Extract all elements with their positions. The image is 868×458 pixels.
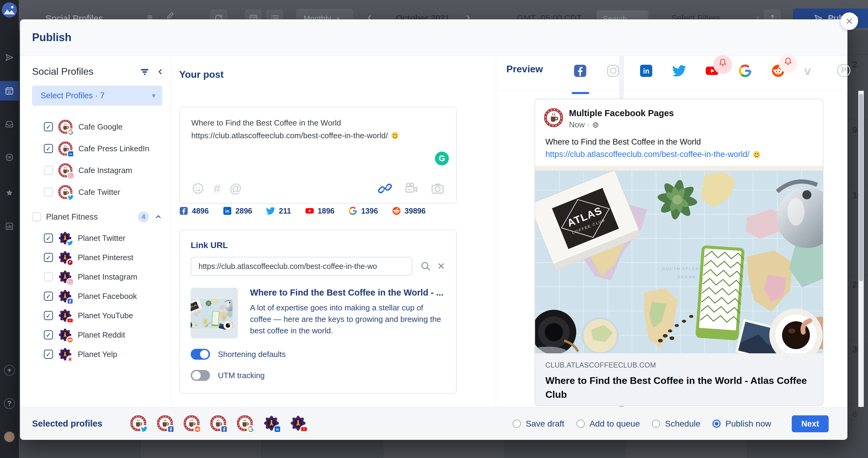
clear-link-icon[interactable]: ✕	[437, 261, 445, 271]
sidebar-add-button[interactable]: +	[4, 365, 15, 376]
collapse-panel-icon[interactable]: ‹	[158, 65, 162, 77]
checkbox[interactable]: ✓	[44, 330, 53, 339]
character-counts: 4896 2896 211 1896 1396 39896	[179, 206, 426, 216]
toggle-label: UTM tracking	[218, 371, 265, 380]
checkbox[interactable]: ✓	[44, 272, 53, 281]
calendar-date[interactable]: 6	[852, 409, 858, 419]
option-publish-now[interactable]: Publish now	[712, 419, 771, 429]
preview-scrollbar-thumb[interactable]	[859, 94, 863, 281]
profile-row[interactable]: ✓ Planet Reddit	[44, 325, 162, 345]
tab-vimeo[interactable]: v	[804, 64, 818, 78]
checkbox[interactable]: ✓	[44, 311, 53, 320]
sidebar-help-button[interactable]: ?	[4, 398, 15, 409]
profile-name: Planet Facebook	[78, 292, 137, 301]
badge-yelp-icon	[66, 355, 73, 363]
profile-row[interactable]: ✓ Planet Twitter	[44, 228, 162, 248]
edit-icon[interactable]	[166, 11, 175, 20]
shortening-defaults-toggle[interactable]	[191, 349, 210, 360]
post-link-row: https://club.atlascoffeeclub.com/best-co…	[535, 147, 823, 166]
page-name: Multiple Facebook Pages	[569, 108, 674, 118]
profile-row[interactable]: ✓ Cafe Twitter	[44, 181, 162, 203]
option-save-draft[interactable]: Save draft	[513, 419, 564, 429]
tab-facebook[interactable]	[573, 64, 587, 78]
calendar-date[interactable]: 2	[852, 59, 858, 70]
post-link[interactable]: https://club.atlascoffeeclub.com/best-co…	[546, 150, 749, 159]
attach-video-icon[interactable]	[404, 181, 418, 196]
grammarly-icon[interactable]: G	[435, 152, 449, 165]
tab-twitter[interactable]	[672, 64, 686, 78]
tab-google[interactable]	[738, 64, 752, 78]
option-add-to-queue[interactable]: Add to queue	[577, 419, 640, 429]
post-editor[interactable]: Where to Find the Best Coffee in the Wor…	[179, 107, 457, 204]
link-url-input[interactable]	[191, 257, 412, 275]
facebook-post-preview: Multiple Facebook Pages Now · Where to F…	[534, 99, 824, 406]
tab-pinterest[interactable]: P	[837, 64, 851, 78]
attach-photo-icon[interactable]	[431, 182, 444, 195]
profile-name: Planet Yelp	[78, 350, 117, 359]
profile-row[interactable]: ✓ Planet Pinterest	[44, 248, 162, 267]
post-text-line1[interactable]: Where to Find the Best Coffee in the Wor…	[191, 117, 444, 129]
tab-instagram[interactable]	[606, 64, 620, 78]
radio-schedule[interactable]	[652, 420, 660, 428]
sidebar-favorites-icon[interactable]	[5, 188, 14, 197]
profiles-list: ✓ Cafe Google ✓ Cafe Press LinkedIn ✓ Ca…	[32, 116, 162, 364]
sidebar-inbox-icon[interactable]	[5, 120, 14, 129]
checkbox[interactable]: ✓	[44, 122, 53, 131]
emoji-picker-icon[interactable]	[191, 182, 205, 195]
profile-group-row[interactable]: ✓ Planet Fitness 4	[32, 205, 162, 228]
radio-add-to-queue[interactable]	[577, 420, 585, 428]
selected-avatar	[290, 415, 306, 431]
checkbox[interactable]: ✓	[32, 212, 41, 222]
modal-header: Publish	[20, 19, 847, 56]
search-icon[interactable]	[420, 261, 431, 272]
avatar	[58, 141, 72, 156]
option-schedule[interactable]: Schedule	[652, 419, 700, 429]
hashtag-icon[interactable]: #	[214, 183, 220, 195]
modal-title: Publish	[32, 31, 71, 44]
checkbox[interactable]: ✓	[44, 292, 53, 301]
app-logo[interactable]	[2, 2, 17, 18]
checkbox[interactable]: ✓	[44, 350, 53, 359]
filter-icon[interactable]	[140, 67, 149, 76]
profile-row[interactable]: ✓ Cafe Google	[44, 116, 162, 138]
checkbox[interactable]: ✓	[44, 233, 53, 242]
post-url[interactable]: https://club.atlascoffeeclub.com/best-co…	[191, 129, 388, 142]
badge-twitter-icon	[67, 194, 74, 201]
checkbox[interactable]: ✓	[44, 144, 53, 153]
group-name: Planet Fitness	[46, 212, 98, 222]
profile-row[interactable]: ✓ Planet Yelp	[44, 345, 162, 364]
radio-publish-now[interactable]	[712, 420, 721, 428]
chevron-up-icon[interactable]	[154, 213, 162, 221]
utm-tracking-toggle[interactable]	[191, 370, 210, 381]
utm-tracking-row: UTM tracking	[191, 370, 445, 381]
link-preview-thumbnail	[191, 288, 238, 338]
sidebar-calendar-icon[interactable]	[5, 86, 14, 95]
profile-row[interactable]: ✓ Planet Instagram	[44, 267, 162, 287]
next-button[interactable]: Next	[792, 415, 829, 432]
sidebar-user-avatar[interactable]	[4, 431, 15, 442]
checkbox[interactable]: ✓	[44, 253, 53, 262]
sidebar-publish-icon[interactable]	[5, 53, 14, 62]
link-card-footer[interactable]: CLUB.ATLASCOFFEECLUB.COM Where to Find t…	[535, 353, 823, 406]
sidebar-media-icon[interactable]	[5, 153, 14, 162]
calendar-date[interactable]: 9	[852, 125, 858, 135]
checkbox[interactable]: ✓	[44, 188, 53, 197]
profile-row[interactable]: ✓ Planet Facebook	[44, 287, 162, 306]
select-profiles-dropdown[interactable]: Select Profiles · 7 ▾	[32, 86, 162, 106]
selected-avatar	[184, 415, 199, 431]
radio-save-draft[interactable]	[513, 420, 521, 428]
sidebar-analytics-icon[interactable]	[5, 222, 14, 231]
profile-row[interactable]: ✓ Cafe Instagram	[44, 159, 162, 181]
facebook-count: 4896	[179, 206, 209, 216]
attach-link-icon[interactable]	[378, 182, 392, 195]
linkedin-count: 2896	[223, 206, 252, 216]
tab-linkedin[interactable]	[639, 64, 653, 78]
profile-name: Planet Twitter	[78, 233, 125, 243]
profile-row[interactable]: ✓ Cafe Press LinkedIn	[44, 138, 162, 159]
mention-icon[interactable]: @	[229, 183, 242, 195]
post-text-line2[interactable]: https://club.atlascoffeeclub.com/best-co…	[191, 129, 444, 142]
close-icon[interactable]: ✕	[840, 12, 858, 30]
twitter-count: 211	[266, 206, 291, 216]
checkbox[interactable]: ✓	[44, 166, 53, 175]
profile-row[interactable]: ✓ Planet YouTube	[44, 306, 162, 325]
